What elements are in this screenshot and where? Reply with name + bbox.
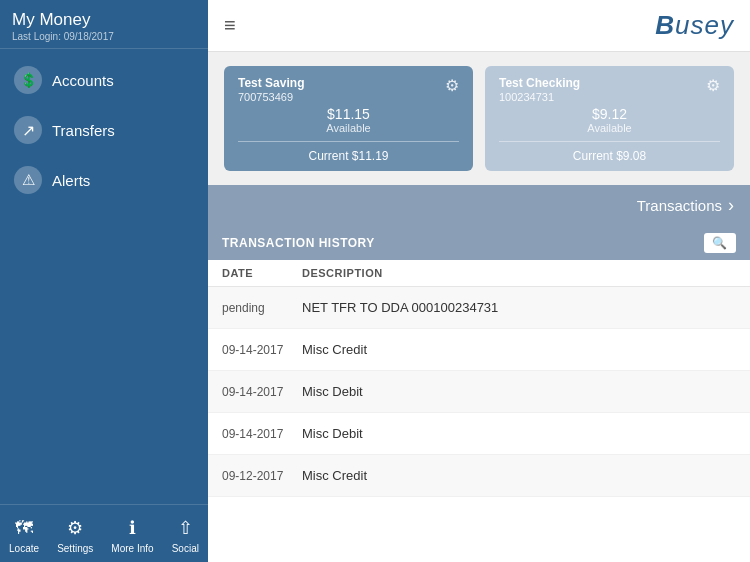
chevron-right-icon: › [728,195,734,216]
footer-social-label: Social [172,543,199,554]
th-row-desc: Misc Debit [302,384,363,399]
locate-icon: 🗺 [11,515,37,541]
table-row[interactable]: 09-12-2017 Misc Credit [208,455,750,497]
account-saving-name: Test Saving [238,76,304,90]
transactions-row[interactable]: Transactions › [208,185,750,226]
account-cards: Test Saving 700753469 ⚙ $11.15 Available… [208,52,750,185]
settings-icon: ⚙ [62,515,88,541]
footer-more-info[interactable]: ℹ More Info [111,515,153,554]
logo-usey: usey [675,10,734,40]
transaction-history: TRANSACTION HISTORY DATE DESCRIPTION pen… [208,226,750,562]
table-row[interactable]: 09-14-2017 Misc Debit [208,371,750,413]
topbar: ≡ Busey [208,0,750,52]
footer-locate-label: Locate [9,543,39,554]
menu-icon[interactable]: ≡ [224,14,236,37]
th-row-desc: Misc Credit [302,468,367,483]
th-col-desc: DESCRIPTION [302,267,383,279]
sidebar-item-accounts[interactable]: 💲 Accounts [0,55,208,105]
app-logo: Busey [655,10,734,41]
account-card-checking: Test Checking 100234731 ⚙ $9.12 Availabl… [485,66,734,171]
sidebar-footer: 🗺 Locate ⚙ Settings ℹ More Info ⇧ Social [0,504,208,562]
accounts-icon: 💲 [14,66,42,94]
sidebar-header: My Money Last Login: 09/18/2017 [0,0,208,49]
th-row-desc: NET TFR TO DDA 000100234731 [302,300,498,315]
table-row[interactable]: pending NET TFR TO DDA 000100234731 [208,287,750,329]
account-checking-number: 100234731 [499,91,580,103]
account-saving-amount: $11.15 [238,106,459,122]
main-content: ≡ Busey Test Saving 700753469 ⚙ $11.15 A… [208,0,750,562]
account-checking-settings-icon[interactable]: ⚙ [706,76,720,95]
th-columns: DATE DESCRIPTION [208,260,750,287]
account-card-checking-info: Test Checking 100234731 [499,76,580,103]
th-header: TRANSACTION HISTORY [208,226,750,260]
account-saving-divider [238,141,459,142]
th-header-label: TRANSACTION HISTORY [222,236,375,250]
account-checking-divider [499,141,720,142]
sidebar-last-login: Last Login: 09/18/2017 [12,31,196,42]
account-checking-name: Test Checking [499,76,580,90]
th-row-date: pending [222,301,302,315]
social-icon: ⇧ [172,515,198,541]
footer-social[interactable]: ⇧ Social [172,515,199,554]
account-saving-settings-icon[interactable]: ⚙ [445,76,459,95]
account-card-saving-info: Test Saving 700753469 [238,76,304,103]
alerts-icon: ⚠ [14,166,42,194]
account-saving-number: 700753469 [238,91,304,103]
th-row-date: 09-14-2017 [222,427,302,441]
footer-more-info-label: More Info [111,543,153,554]
th-rows-container: pending NET TFR TO DDA 000100234731 09-1… [208,287,750,497]
th-row-date: 09-12-2017 [222,469,302,483]
transactions-label: Transactions [637,197,722,214]
footer-locate[interactable]: 🗺 Locate [9,515,39,554]
sidebar-item-transfers-label: Transfers [52,122,115,139]
sidebar-nav: 💲 Accounts ↗ Transfers ⚠ Alerts [0,49,208,504]
account-card-saving-header: Test Saving 700753469 ⚙ [238,76,459,103]
sidebar-item-transfers[interactable]: ↗ Transfers [0,105,208,155]
th-row-desc: Misc Credit [302,342,367,357]
sidebar-item-alerts[interactable]: ⚠ Alerts [0,155,208,205]
th-row-date: 09-14-2017 [222,385,302,399]
table-row[interactable]: 09-14-2017 Misc Credit [208,329,750,371]
account-saving-available: Available [238,122,459,134]
footer-settings-label: Settings [57,543,93,554]
account-saving-current: Current $11.19 [238,149,459,163]
sidebar-item-alerts-label: Alerts [52,172,90,189]
th-row-desc: Misc Debit [302,426,363,441]
logo-text: B [655,10,675,40]
th-col-date: DATE [222,267,302,279]
th-search-input[interactable] [704,233,736,253]
account-card-checking-header: Test Checking 100234731 ⚙ [499,76,720,103]
account-checking-amount: $9.12 [499,106,720,122]
transfers-icon: ↗ [14,116,42,144]
table-row[interactable]: 09-14-2017 Misc Debit [208,413,750,455]
sidebar-item-accounts-label: Accounts [52,72,114,89]
account-card-saving: Test Saving 700753469 ⚙ $11.15 Available… [224,66,473,171]
info-icon: ℹ [119,515,145,541]
account-checking-current: Current $9.08 [499,149,720,163]
footer-settings[interactable]: ⚙ Settings [57,515,93,554]
sidebar-title: My Money [12,10,196,30]
th-row-date: 09-14-2017 [222,343,302,357]
account-checking-available: Available [499,122,720,134]
sidebar: My Money Last Login: 09/18/2017 💲 Accoun… [0,0,208,562]
